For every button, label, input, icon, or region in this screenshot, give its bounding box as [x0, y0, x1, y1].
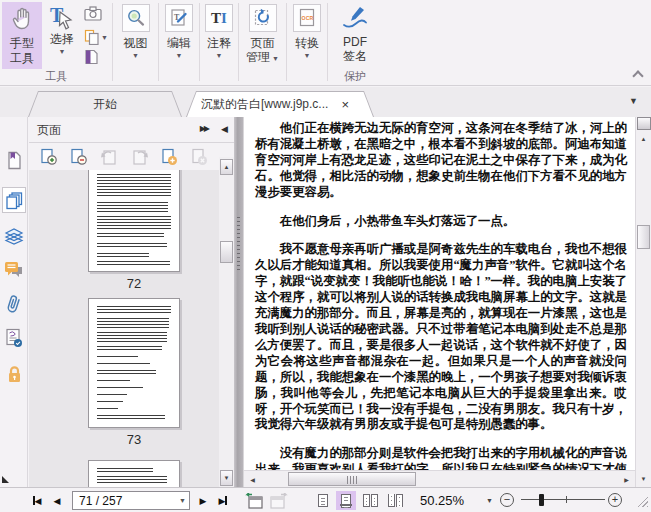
hand-tool-label-1: 手型 — [10, 36, 34, 51]
scroll-right-button[interactable]: ▶ — [619, 472, 634, 487]
protect-group-label: 保护 — [328, 69, 382, 85]
tools-group: 手型 工具 T 选择 ▼ ▼ — [0, 0, 112, 85]
thumbnail-page-73[interactable] — [88, 298, 180, 428]
horizontal-scroll-thumb[interactable] — [288, 472, 416, 486]
zoom-dropdown-icon[interactable]: ▼ — [486, 497, 493, 504]
view-button[interactable]: 视图 ▼ — [119, 2, 153, 69]
paste-dropdown-icon[interactable]: ▼ — [101, 34, 108, 42]
horizontal-scrollbar[interactable]: ◀ ▶ — [244, 470, 635, 487]
thumbnail-page-74[interactable] — [88, 460, 180, 487]
next-view-button — [268, 492, 290, 509]
edit-dropdown-icon[interactable]: ▼ — [176, 52, 183, 60]
page-mgmt-label-1: 页面 — [251, 36, 275, 50]
hand-tool-button[interactable]: 手型 工具 — [2, 2, 42, 69]
add-page-icon[interactable] — [158, 147, 180, 167]
zoom-level[interactable]: 50.25% — [420, 493, 464, 508]
page-management-button[interactable]: 页面 管理▼ — [243, 2, 282, 69]
thumbnail-scrollbar[interactable]: ▲ ▼ — [219, 157, 234, 487]
view-group: 视图 ▼ — [113, 0, 158, 85]
main-area: 页面 ▶▶ ◀ — [0, 117, 651, 487]
select-dropdown-icon[interactable]: ▼ — [59, 48, 66, 56]
thumbnail-list: 72 73 — [29, 170, 219, 487]
zoom-slider-track[interactable] — [521, 499, 605, 500]
thumb-scroll-down-button[interactable]: ▼ — [220, 470, 233, 486]
tab-list-dropdown-icon[interactable]: ▼ — [629, 96, 638, 106]
scroll-up-button[interactable]: ▲ — [636, 131, 651, 146]
vertical-scroll-thumb[interactable] — [637, 225, 650, 249]
single-page-view-button[interactable] — [313, 491, 333, 510]
next-page-button[interactable]: ▶ — [196, 492, 210, 509]
first-page-button[interactable]: ◀ — [28, 492, 46, 509]
security-panel-icon[interactable] — [2, 361, 26, 387]
continuous-facing-view-button[interactable] — [385, 491, 405, 510]
comment-label: 注释 — [207, 36, 231, 50]
select-label: 选择 — [50, 32, 74, 46]
scroll-left-button[interactable]: ◀ — [245, 472, 260, 487]
thumbnail-label-73[interactable]: 73 — [88, 432, 180, 447]
previous-page-button[interactable]: ◀ — [50, 492, 64, 509]
scroll-down-button[interactable]: ▼ — [636, 471, 651, 486]
zoom-in-button[interactable]: + — [608, 493, 622, 507]
pdf-sign-button[interactable]: PDF 签名 — [337, 2, 373, 69]
convert-label: 转换 — [295, 36, 319, 50]
thumb-scroll-thumb[interactable] — [220, 241, 233, 263]
attachments-panel-icon[interactable] — [2, 291, 26, 317]
collapse-ribbon-icon[interactable] — [633, 70, 641, 78]
edit-label: 编辑 — [167, 36, 191, 50]
zoom-out-button[interactable]: − — [500, 493, 514, 507]
tab-document[interactable]: 沉默的告白[www.j9p.c... × — [186, 91, 374, 117]
rotate-right-page-icon — [128, 147, 150, 167]
layers-panel-icon[interactable] — [2, 223, 26, 249]
thumbnail-page-72[interactable] — [88, 170, 180, 272]
pages-panel-icon[interactable] — [2, 187, 26, 213]
vertical-scrollbar[interactable]: ▲ ▼ — [635, 117, 651, 487]
tab-start[interactable]: 开始 — [28, 91, 182, 117]
split-view-handle[interactable] — [637, 117, 651, 130]
page-indicator: 71 / 257 — [79, 494, 122, 508]
page-dropdown-icon[interactable]: ▼ — [179, 497, 186, 504]
splitter-grip-icon — [237, 217, 240, 273]
paragraph: 在他们身后，小热带鱼车头灯落远了一点。 — [255, 214, 627, 230]
page-management-group: 页面 管理▼ — [239, 0, 286, 85]
comment-dropdown-icon[interactable]: ▼ — [216, 52, 223, 60]
purple-document-icon[interactable] — [84, 49, 108, 69]
pdf-page[interactable]: 他们正在横跨无边无际的育空河，这条河在冬季结了冰，河上的桥有混凝土桥墩，在黑暗之… — [244, 117, 635, 470]
continuous-view-button[interactable] — [336, 491, 356, 510]
signatures-panel-icon[interactable] — [2, 325, 26, 351]
page-mgmt-dropdown-icon[interactable]: ▼ — [272, 55, 279, 63]
comment-button[interactable]: TI 注释 ▼ — [202, 2, 236, 69]
bookmarks-panel-icon[interactable] — [2, 147, 26, 173]
page-number-input[interactable]: 71 / 257 ▼ — [72, 491, 190, 510]
start-tab-label: 开始 — [93, 96, 117, 113]
page-mgmt-label-2: 管理▼ — [246, 50, 279, 64]
panel-splitter[interactable] — [234, 117, 243, 487]
protect-group: PDF 签名 保护 — [328, 0, 382, 85]
view-dropdown-icon[interactable]: ▼ — [132, 52, 139, 60]
rotate-page-icon — [249, 4, 277, 32]
panel-expand-icon[interactable]: ▶▶ — [200, 124, 208, 133]
snapshot-camera-icon[interactable] — [84, 6, 108, 25]
hand-tool-label-2: 工具 — [10, 51, 34, 66]
paragraph: 我不愿意母亲再听广播或是阿奇兹先生的车载电台，我也不想很久以后才能知道真相。所以… — [255, 242, 627, 433]
zoom-slider-thumb[interactable] — [539, 494, 544, 506]
comment-group: TI 注释 ▼ — [200, 0, 238, 85]
comments-panel-icon[interactable] — [2, 257, 26, 283]
paragraph: 他们正在横跨无边无际的育空河，这条河在冬季结了冰，河上的桥有混凝土桥墩，在黑暗之… — [255, 121, 627, 201]
last-page-button[interactable]: ▶ — [214, 492, 232, 509]
panel-collapse-icon[interactable]: ◀ — [221, 124, 228, 134]
close-tab-icon[interactable]: × — [338, 97, 352, 112]
thumb-scroll-up-button[interactable]: ▲ — [220, 159, 233, 175]
enlarge-thumbnails-icon[interactable] — [39, 147, 61, 167]
clipboard-mini-buttons: ▼ — [82, 2, 110, 69]
convert-dropdown-icon[interactable]: ▼ — [304, 52, 311, 60]
window-resize-grip[interactable] — [635, 494, 648, 507]
reduce-thumbnails-icon[interactable] — [69, 147, 91, 167]
previous-view-button[interactable] — [242, 492, 264, 509]
facing-view-button[interactable] — [360, 491, 380, 510]
convert-button[interactable]: OCR 转换 ▼ — [290, 2, 324, 69]
select-tool-button[interactable]: T 选择 ▼ — [42, 2, 82, 69]
edit-page-icon: T — [165, 4, 193, 32]
paste-button[interactable]: ▼ — [84, 29, 108, 45]
thumbnail-label-72[interactable]: 72 — [88, 276, 180, 291]
edit-button[interactable]: T 编辑 ▼ — [162, 2, 196, 69]
